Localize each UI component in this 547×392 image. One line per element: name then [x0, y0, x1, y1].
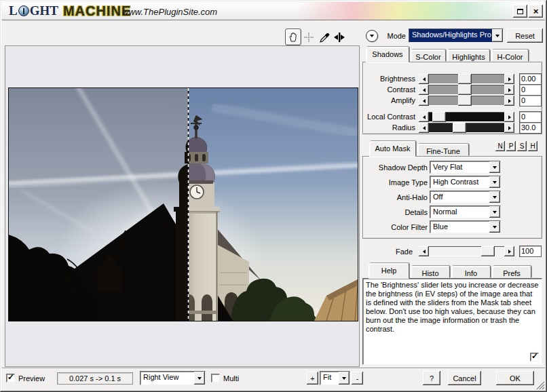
ok-button[interactable]: OK — [496, 371, 534, 385]
color-filter-select[interactable]: Blue — [430, 220, 501, 233]
arrow-left-icon — [423, 99, 426, 103]
tab-info[interactable]: Info — [451, 266, 491, 278]
slider-thumb[interactable] — [458, 85, 472, 95]
resize-grip[interactable] — [535, 380, 545, 390]
zoom-value: Fit — [320, 372, 339, 385]
view-mode-select[interactable]: Right View — [140, 371, 206, 385]
reset-button[interactable]: Reset — [507, 28, 543, 43]
preset-menu-button[interactable] — [366, 30, 378, 42]
church-photo — [9, 88, 358, 321]
contrast-slider[interactable] — [419, 85, 514, 95]
color-sample-tool-button[interactable] — [303, 31, 315, 43]
local-contrast-slider[interactable] — [419, 112, 514, 122]
view-mode-value: Right View — [140, 372, 194, 385]
slider-left-arrow[interactable] — [419, 85, 429, 95]
slider-thumb[interactable] — [458, 74, 472, 84]
dropdown-arrow[interactable] — [489, 206, 500, 218]
split-view-tool-button[interactable] — [333, 31, 346, 44]
preview-label: Preview — [18, 374, 45, 383]
slider-right-arrow[interactable] — [504, 74, 514, 84]
slider-thumb[interactable] — [458, 96, 472, 106]
local-contrast-value[interactable]: 0 — [519, 111, 542, 123]
slider-right-arrow[interactable] — [504, 96, 514, 106]
dropdown-arrow[interactable] — [194, 372, 205, 385]
slider-thumb[interactable] — [432, 112, 446, 122]
slider-thumb[interactable] — [453, 123, 466, 133]
slider-right-arrow[interactable] — [504, 246, 514, 256]
preview-image[interactable] — [8, 87, 358, 321]
tab-h-color[interactable]: H-Color — [491, 50, 529, 62]
close-button[interactable]: × — [529, 5, 543, 18]
contrast-value[interactable]: 0 — [519, 84, 542, 96]
tab-highlights[interactable]: Highlights — [447, 50, 490, 62]
maximize-button[interactable] — [513, 5, 527, 18]
rainbow-decoration — [287, 2, 525, 20]
mode-select[interactable]: Shadows/Highlights Pro — [409, 28, 504, 43]
brightness-slider[interactable] — [419, 74, 514, 84]
anti-halo-select[interactable]: Off — [430, 191, 501, 203]
radius-value[interactable]: 30.0 — [519, 122, 542, 134]
slider-track[interactable] — [429, 246, 504, 256]
help-checkbox[interactable]: ✓ — [530, 353, 539, 361]
help-button[interactable]: ? — [423, 371, 440, 385]
slider-track[interactable] — [429, 85, 504, 95]
zoom-select[interactable]: Fit — [320, 371, 350, 385]
tab-auto-mask[interactable]: Auto Mask — [369, 141, 416, 157]
slider-right-arrow[interactable] — [504, 112, 514, 122]
fade-slider[interactable] — [419, 246, 514, 256]
multi-checkbox[interactable] — [211, 374, 220, 383]
help-text: The 'Brightness' slider lets you increas… — [366, 281, 540, 334]
brightness-value[interactable]: 0.00 — [519, 73, 542, 85]
slider-thumb[interactable] — [481, 246, 495, 256]
eyedropper-tool-button[interactable] — [318, 31, 331, 44]
slider-left-arrow[interactable] — [419, 246, 429, 256]
maximize-icon — [517, 9, 523, 14]
slider-left-arrow[interactable] — [419, 112, 429, 122]
quick-button-n[interactable]: N — [495, 141, 505, 151]
radius-slider[interactable] — [419, 123, 514, 133]
bottom-divider — [2, 368, 545, 369]
hand-pan-tool-button[interactable] — [285, 28, 301, 45]
slider-track[interactable] — [429, 123, 504, 133]
tab-shadows[interactable]: Shadows — [366, 47, 409, 62]
slider-right-arrow[interactable] — [504, 85, 514, 95]
quick-button-p[interactable]: P — [506, 141, 516, 151]
shadow-depth-label: Shadow Depth — [362, 163, 428, 172]
slider-right-arrow[interactable] — [504, 123, 514, 133]
quick-button-h[interactable]: H — [528, 141, 537, 151]
brand-machine: MACHINE — [63, 3, 131, 19]
dropdown-arrow[interactable] — [489, 176, 500, 188]
titlebar[interactable]: L GHT MACHINE www.ThePluginSite.com × — [2, 2, 545, 20]
quick-button-s[interactable]: S — [517, 141, 527, 151]
slider-left-arrow[interactable] — [419, 123, 429, 133]
dropdown-arrow[interactable] — [489, 221, 500, 233]
dropdown-arrow[interactable] — [489, 161, 500, 173]
tab-fine-tune[interactable]: Fine-Tune — [417, 144, 469, 156]
zoom-in-button[interactable]: + — [307, 372, 318, 385]
dropdown-arrow[interactable] — [339, 372, 350, 385]
mode-select-arrow[interactable] — [492, 29, 503, 42]
amplify-value[interactable]: 0 — [519, 95, 542, 106]
cancel-button[interactable]: Cancel — [448, 371, 481, 385]
chevron-down-icon — [495, 35, 499, 37]
image-type-label: Image Type — [362, 178, 428, 187]
image-type-select[interactable]: High Contrast — [430, 176, 501, 189]
slider-left-arrow[interactable] — [419, 74, 429, 84]
dropdown-arrow[interactable] — [489, 191, 500, 203]
arrow-right-icon — [508, 126, 511, 130]
slider-track[interactable] — [429, 74, 504, 84]
preview-checkbox[interactable]: ✓ — [6, 374, 15, 383]
fade-value[interactable]: 100 — [519, 246, 542, 257]
slider-track[interactable] — [429, 112, 504, 122]
tab-prefs[interactable]: Prefs — [492, 266, 531, 278]
details-select[interactable]: Normal — [430, 205, 501, 218]
slider-left-arrow[interactable] — [419, 96, 429, 106]
tab-help[interactable]: Help — [369, 263, 409, 279]
amplify-slider[interactable] — [419, 96, 514, 106]
arrow-right-icon — [508, 99, 511, 103]
tab-s-color[interactable]: S-Color — [411, 50, 446, 62]
slider-track[interactable] — [429, 96, 504, 106]
zoom-out-button[interactable]: - — [352, 372, 363, 385]
shadow-depth-select[interactable]: Very Flat — [430, 161, 501, 174]
tab-histo[interactable]: Histo — [411, 266, 450, 278]
